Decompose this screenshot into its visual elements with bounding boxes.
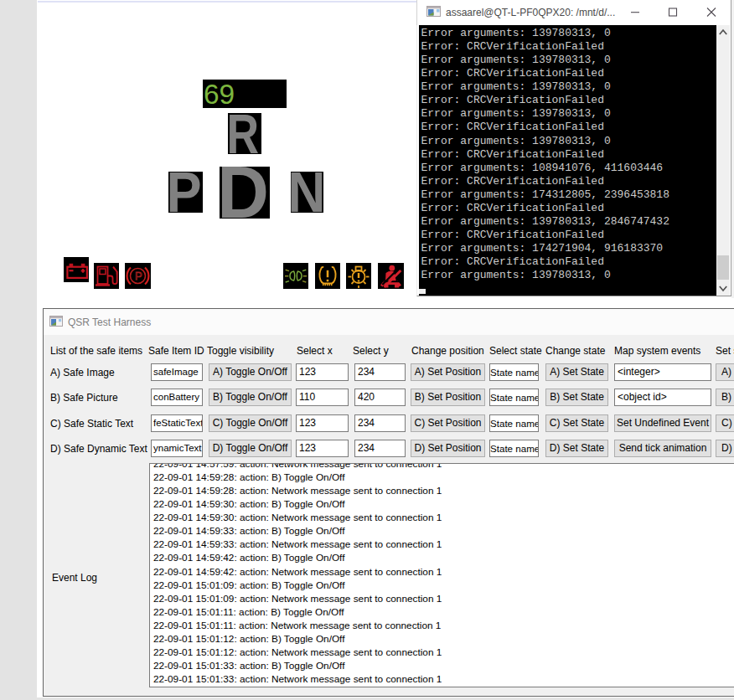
svg-text:P: P	[135, 270, 142, 282]
